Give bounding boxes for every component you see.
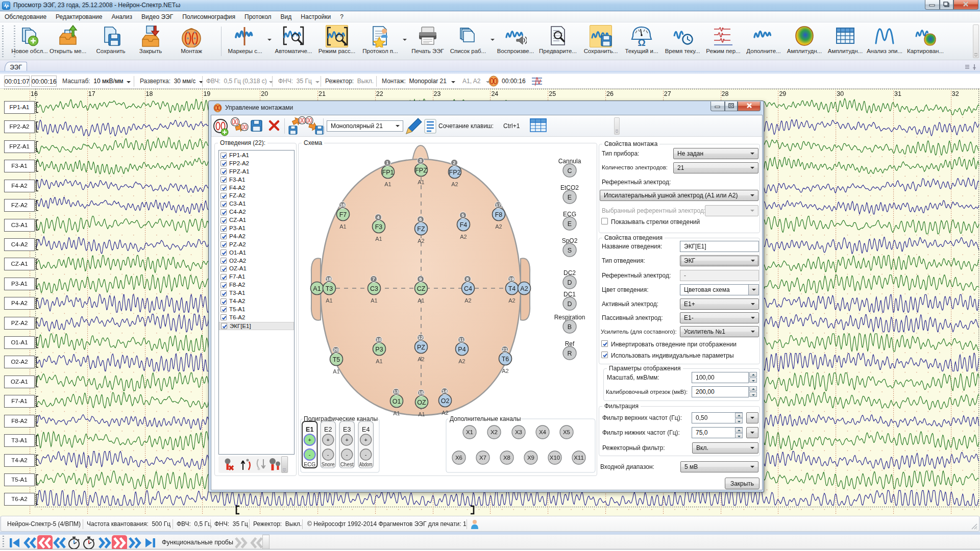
svg-text:Ω: Ω xyxy=(638,37,645,47)
